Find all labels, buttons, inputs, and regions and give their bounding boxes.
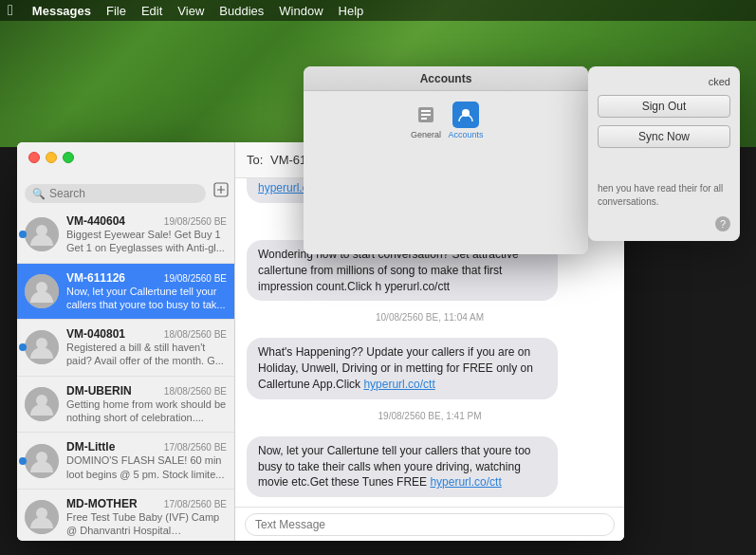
conversation-content: MD-MOTHER17/08/2560 BEFree Test Tube Bab… bbox=[66, 497, 227, 538]
accounts-icon bbox=[452, 102, 479, 128]
compose-button[interactable] bbox=[213, 182, 229, 201]
accounts-tab-label: Accounts bbox=[448, 130, 483, 139]
sidebar: 🔍 VM-44060419/08/2560 BEBiggest Eyewear … bbox=[17, 142, 235, 541]
conversation-time: 18/08/2560 BE bbox=[164, 329, 227, 340]
checked-label: cked bbox=[598, 76, 730, 87]
conversation-name: MD-MOTHER bbox=[66, 497, 138, 510]
conversation-content: DM-Little17/08/2560 BEDOMINO'S FLASH SAL… bbox=[66, 440, 227, 481]
svg-rect-19 bbox=[421, 114, 431, 116]
conversation-content: VM-44060419/08/2560 BEBiggest Eyewear Sa… bbox=[66, 214, 227, 255]
conversation-item[interactable]: DM-UBERIN18/08/2560 BEGetting home from … bbox=[17, 377, 234, 434]
search-bar: 🔍 bbox=[25, 184, 206, 203]
conversation-item[interactable]: VM-61112619/08/2560 BENow, let your Call… bbox=[17, 264, 234, 321]
accounts-title-bar: Accounts bbox=[304, 66, 588, 91]
chat-input-area bbox=[235, 507, 624, 541]
conversation-name: DM-Little bbox=[66, 440, 115, 453]
unread-indicator bbox=[19, 457, 27, 465]
avatar bbox=[25, 330, 59, 364]
message-bubble: What's Happening?? Update your callers i… bbox=[247, 338, 558, 398]
accounts-tab[interactable]: Accounts bbox=[446, 101, 486, 140]
conversation-time: 17/08/2560 BE bbox=[164, 499, 227, 509]
sign-out-button[interactable]: Sign Out bbox=[598, 95, 730, 118]
conversation-list: VM-44060419/08/2560 BEBiggest Eyewear Sa… bbox=[17, 207, 234, 541]
conversation-preview: Now, let your Callertune tell your calle… bbox=[66, 285, 227, 312]
conversation-preview: DOMINO'S FLASH SALE! 60 min loot begins … bbox=[66, 453, 227, 481]
avatar bbox=[25, 387, 59, 421]
message-link[interactable]: hyperurl.co/ctt bbox=[430, 475, 501, 489]
accounts-content bbox=[304, 140, 588, 254]
conversation-preview: Biggest Eyewear Sale! Get Buy 1 Get 1 on… bbox=[66, 228, 227, 255]
conversation-time: 19/08/2560 BE bbox=[164, 273, 227, 284]
avatar bbox=[25, 500, 59, 534]
sync-now-button[interactable]: Sync Now bbox=[598, 125, 730, 148]
unread-indicator bbox=[19, 343, 27, 351]
general-tab[interactable]: General bbox=[406, 101, 446, 140]
menu-help[interactable]: Help bbox=[339, 4, 364, 18]
conversation-preview: Getting home from work should be nothing… bbox=[66, 398, 227, 425]
conversation-time: 18/08/2560 BE bbox=[164, 386, 227, 397]
menu-edit[interactable]: Edit bbox=[141, 4, 162, 18]
conversation-item[interactable]: VM-04080118/08/2560 BERegistered a bill … bbox=[17, 320, 234, 377]
general-icon bbox=[413, 102, 439, 128]
conversation-item[interactable]: MD-MOTHER17/08/2560 BEFree Test Tube Bab… bbox=[17, 490, 234, 541]
conversation-name: VM-440604 bbox=[66, 214, 125, 228]
help-button[interactable]: ? bbox=[715, 216, 730, 231]
conversation-content: VM-61112619/08/2560 BENow, let your Call… bbox=[66, 271, 227, 312]
message-bubble: Now, let your Callertune tell your calle… bbox=[247, 436, 558, 497]
menu-buddies[interactable]: Buddies bbox=[219, 4, 264, 18]
accounts-title: Accounts bbox=[420, 72, 472, 85]
message-link[interactable]: hyperurl.co/ctt bbox=[363, 378, 434, 391]
conversation-name: VM-611126 bbox=[66, 271, 125, 285]
conversation-content: DM-UBERIN18/08/2560 BEGetting home from … bbox=[66, 384, 227, 425]
apple-menu[interactable]:  bbox=[8, 2, 13, 19]
message-timestamp: 10/08/2560 BE, 11:04 AM bbox=[247, 312, 613, 323]
minimize-button[interactable] bbox=[46, 152, 57, 163]
search-icon: 🔍 bbox=[32, 188, 46, 200]
close-button[interactable] bbox=[28, 152, 40, 163]
conversation-name: VM-040801 bbox=[66, 327, 125, 341]
conversation-item[interactable]: DM-Little17/08/2560 BEDOMINO'S FLASH SAL… bbox=[17, 433, 234, 490]
conversation-content: VM-04080118/08/2560 BERegistered a bill … bbox=[66, 327, 227, 368]
conversation-preview: Registered a bill & still haven't paid? … bbox=[66, 341, 227, 368]
avatar bbox=[25, 444, 59, 478]
conversation-preview: Free Test Tube Baby (IVF) Camp @ Dhanvan… bbox=[66, 510, 227, 538]
svg-rect-20 bbox=[421, 118, 427, 120]
avatar bbox=[25, 217, 59, 251]
right-panel: cked Sign Out Sync Now hen you have read… bbox=[588, 66, 740, 241]
avatar bbox=[25, 274, 59, 308]
search-input[interactable] bbox=[49, 187, 198, 200]
accounts-toolbar: General Accounts bbox=[304, 91, 588, 140]
conversation-name: DM-UBERIN bbox=[66, 384, 132, 398]
fullscreen-button[interactable] bbox=[63, 152, 74, 163]
menu-bar:  Messages File Edit View Buddies Window… bbox=[0, 0, 756, 21]
traffic-lights bbox=[28, 152, 74, 163]
menu-file[interactable]: File bbox=[106, 4, 126, 18]
message-input[interactable] bbox=[245, 513, 615, 536]
svg-rect-18 bbox=[421, 110, 431, 112]
unread-indicator bbox=[19, 231, 27, 238]
conversation-time: 19/08/2560 BE bbox=[164, 216, 227, 227]
accounts-panel: Accounts General Accounts bbox=[304, 66, 588, 254]
description-text: hen you have read their for all conversa… bbox=[598, 182, 730, 209]
general-tab-label: General bbox=[411, 130, 441, 139]
conversation-time: 17/08/2560 BE bbox=[164, 442, 227, 453]
menu-window[interactable]: Window bbox=[279, 4, 323, 18]
menu-messages[interactable]: Messages bbox=[32, 4, 91, 18]
conversation-item[interactable]: VM-44060419/08/2560 BEBiggest Eyewear Sa… bbox=[17, 207, 234, 264]
message-timestamp: 19/08/2560 BE, 1:41 PM bbox=[247, 411, 613, 421]
menu-view[interactable]: View bbox=[177, 4, 204, 18]
